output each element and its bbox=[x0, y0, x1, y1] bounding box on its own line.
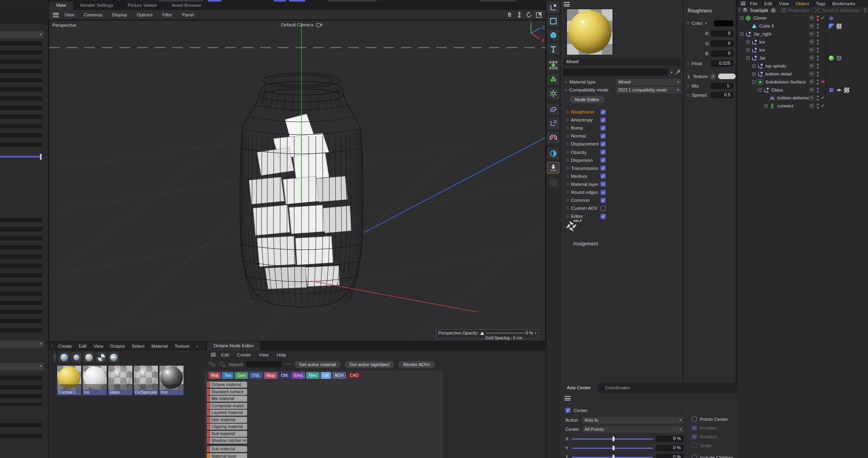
node-type-chip[interactable]: Material layer bbox=[207, 453, 247, 458]
object-label[interactable]: connect bbox=[777, 104, 793, 108]
object-manager-menu-item[interactable]: File bbox=[750, 1, 758, 6]
material-menu-item[interactable]: Texture bbox=[174, 344, 190, 348]
axis-panel-tab[interactable]: Coordinates bbox=[598, 383, 637, 393]
material-thumbnail[interactable] bbox=[134, 366, 158, 390]
material-menu-item[interactable]: Create bbox=[58, 344, 72, 348]
node-category-chip[interactable]: Map bbox=[264, 372, 277, 379]
edit-pencil-icon[interactable]: ✎ bbox=[809, 63, 814, 69]
object-label[interactable]: ice bbox=[759, 40, 765, 44]
pan-hand-icon[interactable] bbox=[507, 12, 513, 18]
slider-handle[interactable] bbox=[40, 154, 42, 160]
axis-option-row[interactable]: ✓ Rotation bbox=[692, 434, 717, 439]
rgb-field[interactable]: 0 bbox=[711, 30, 733, 37]
viewport-menu-item[interactable]: Display bbox=[112, 12, 127, 17]
node-category-chip[interactable]: C4D bbox=[347, 372, 361, 379]
channel-row[interactable]: ◇ Anisotropy ✓ bbox=[561, 116, 683, 124]
viewport-3d[interactable]: Y Z X Perspective Default Camera Perspec… bbox=[49, 20, 546, 342]
enabled-check-icon[interactable]: ✓ bbox=[820, 15, 826, 21]
layout-tab[interactable]: Asset Browser bbox=[164, 2, 208, 10]
mix-field[interactable]: 1. bbox=[711, 83, 733, 89]
symmetry-tool[interactable] bbox=[547, 132, 559, 143]
parameter-diamond-icon[interactable]: ◇ bbox=[565, 80, 569, 84]
object-tree-row[interactable]: − Glass ✎ bbox=[738, 86, 868, 94]
axis-option-row[interactable]: Scale bbox=[692, 443, 712, 448]
octane-object-tag-icon[interactable] bbox=[829, 88, 834, 93]
drop-to-floor-tool[interactable] bbox=[547, 162, 559, 173]
object-manager-menu-item[interactable]: View bbox=[779, 1, 789, 6]
parameter-diamond-icon[interactable]: ◇ bbox=[565, 88, 569, 92]
node-editor-menu-item[interactable]: View bbox=[259, 352, 269, 357]
node-type-chip[interactable]: Shadow catcher m bbox=[207, 438, 247, 444]
material-thumbnail[interactable] bbox=[57, 366, 81, 390]
object-manager-menu-item[interactable]: Object bbox=[796, 1, 809, 6]
object-label[interactable]: Cube 5 bbox=[759, 24, 774, 28]
node-type-chip[interactable]: Clipping material bbox=[207, 424, 247, 430]
protection-icon[interactable] bbox=[781, 8, 786, 13]
object-tree-row[interactable]: Cube 5 ✎ bbox=[738, 22, 868, 30]
person-icon[interactable] bbox=[863, 8, 868, 13]
channel-checkbox[interactable]: − bbox=[601, 181, 606, 187]
channel-checkbox[interactable]: ✓ bbox=[601, 157, 606, 163]
color-swatch[interactable] bbox=[714, 20, 733, 26]
rgb-field[interactable]: 0 bbox=[711, 40, 733, 47]
expand-toggle[interactable]: − bbox=[740, 32, 744, 36]
expand-toggle[interactable]: − bbox=[752, 80, 756, 84]
layout-tab[interactable]: View bbox=[49, 2, 73, 10]
mograph-tag-icon[interactable] bbox=[829, 16, 834, 21]
node-category-chip[interactable]: Tex bbox=[222, 372, 233, 379]
panel-menu-icon[interactable] bbox=[741, 2, 746, 5]
gear-icon[interactable] bbox=[770, 8, 776, 13]
cube-tool[interactable] bbox=[547, 29, 559, 41]
volume-tool[interactable] bbox=[547, 74, 559, 85]
field-tool[interactable] bbox=[547, 59, 559, 71]
texture-slot[interactable] bbox=[718, 74, 736, 79]
material-name-field[interactable]: Mixed bbox=[563, 58, 680, 66]
object-tree-row[interactable]: bottom deformer ✎ ✓ bbox=[738, 94, 868, 102]
channel-row[interactable]: ◇ Common ✓ bbox=[561, 196, 683, 204]
material-menu-item[interactable]: Octane bbox=[110, 344, 125, 348]
edit-pencil-icon[interactable]: ✎ bbox=[809, 71, 814, 77]
material-item[interactable]: Iron bbox=[160, 366, 184, 395]
slider[interactable] bbox=[0, 156, 41, 157]
axis-option-row[interactable]: Points Center bbox=[692, 416, 728, 422]
object-label[interactable]: bottom detail bbox=[765, 72, 792, 76]
opacity-slider-handle[interactable] bbox=[480, 331, 484, 335]
parameter-diamond-icon[interactable]: ◇ bbox=[687, 84, 692, 88]
edit-pencil-icon[interactable]: ✎ bbox=[809, 55, 814, 61]
hud-chevron-icon[interactable]: ▾ bbox=[535, 331, 537, 335]
visibility-dots[interactable] bbox=[817, 56, 819, 61]
move-tool[interactable] bbox=[547, 2, 559, 13]
edit-pencil-icon[interactable]: ✎ bbox=[809, 23, 814, 29]
object-manager-menu-item[interactable]: Tags bbox=[816, 1, 825, 6]
preview-mix-button[interactable]: MIX bbox=[108, 352, 119, 362]
option-checkbox[interactable]: ✓ bbox=[692, 425, 697, 430]
expand-toggle[interactable]: − bbox=[740, 16, 744, 20]
search-input[interactable] bbox=[246, 361, 281, 368]
material-preview[interactable] bbox=[567, 9, 613, 55]
channel-checkbox[interactable]: ✓ bbox=[601, 133, 606, 139]
octane-help-logo[interactable]: HELP bbox=[564, 218, 579, 235]
object-label[interactable]: Jar bbox=[759, 56, 766, 60]
visibility-dots[interactable] bbox=[817, 48, 819, 53]
channel-checkbox[interactable]: ✓ bbox=[601, 198, 606, 203]
dropdown-field[interactable]: ▾ bbox=[0, 341, 44, 348]
node-editor-menu-item[interactable]: Create bbox=[237, 352, 251, 357]
node-category-chip[interactable]: Mat bbox=[209, 372, 221, 379]
texture-tag-icon[interactable] bbox=[836, 24, 842, 29]
preview-rough-sphere-button[interactable] bbox=[84, 352, 94, 362]
expand-toggle[interactable]: − bbox=[758, 88, 762, 92]
material-menu-item[interactable]: › bbox=[196, 344, 198, 348]
visibility-tag-icon[interactable] bbox=[836, 88, 842, 93]
material-thumbnail[interactable] bbox=[160, 366, 184, 390]
node-type-chip[interactable]: Layered material bbox=[207, 410, 247, 416]
expand-toggle[interactable]: + bbox=[752, 64, 756, 68]
object-label[interactable]: top spirals bbox=[765, 64, 786, 68]
rotate-icon[interactable] bbox=[526, 12, 532, 18]
node-editor-action-button[interactable]: Get active material bbox=[294, 361, 341, 368]
object-tree-row[interactable]: + bottom detail ✎ bbox=[738, 70, 868, 78]
disabled-x-icon[interactable]: ✕ bbox=[820, 79, 826, 85]
float-field[interactable]: 0.025 bbox=[711, 60, 733, 67]
object-tree-row[interactable]: + connect ✎ ✓ bbox=[738, 102, 868, 110]
expand-toggle[interactable]: − bbox=[746, 56, 750, 60]
enabled-check-icon[interactable]: ✓ bbox=[820, 95, 826, 101]
